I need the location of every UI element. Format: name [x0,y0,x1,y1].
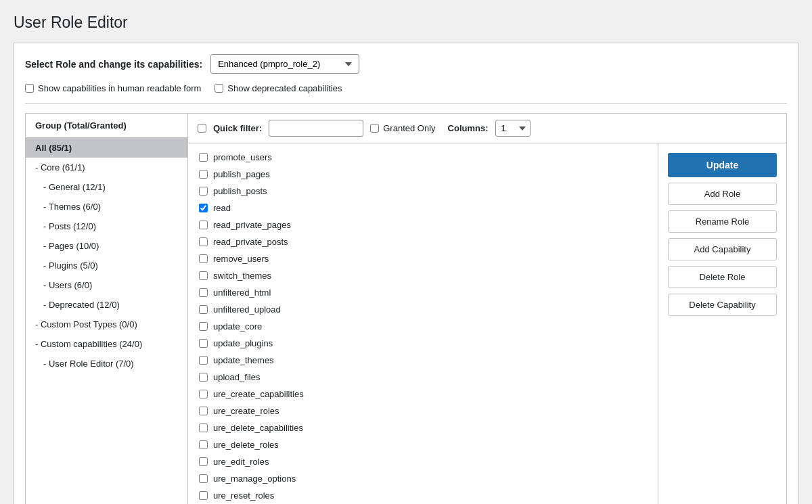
group-item-themes[interactable]: - Themes (6/0) [26,197,187,216]
cap-name-read: read [213,203,231,213]
group-item-all[interactable]: All (85/1) [26,138,187,158]
group-item-posts[interactable]: - Posts (12/0) [26,216,187,236]
cap-checkbox-publish-posts[interactable] [199,187,208,196]
cap-checkbox-update-plugins[interactable] [199,339,208,348]
cap-checkbox-ure-edit-roles[interactable] [199,457,208,466]
cap-checkbox-update-themes[interactable] [199,356,208,365]
cap-name-promote-users: promote_users [213,152,272,162]
cap-name-read-private-posts: read_private_posts [213,237,288,247]
cap-name-publish-pages: publish_pages [213,169,270,179]
quick-filter-input[interactable] [269,120,363,137]
page-title: User Role Editor [14,14,798,32]
cap-checkbox-unfiltered-upload[interactable] [199,305,208,314]
cap-name-upload-files: upload_files [213,372,260,382]
cap-checkbox-ure-delete-capabilities[interactable] [199,423,208,432]
cap-name-ure-delete-roles: ure_delete_roles [213,440,279,450]
cap-item-ure-create-roles: ure_create_roles [188,403,658,419]
cap-item-unfiltered-html: unfiltered_html [188,284,658,301]
cap-item-read: read [188,200,658,216]
group-list: All (85/1) - Core (61/1) - General (12/1… [26,138,187,373]
select-role-label: Select Role and change its capabilities: [25,59,202,70]
cap-item-ure-manage-options: ure_manage_options [188,470,658,487]
granted-only-checkbox[interactable] [370,124,379,133]
cap-name-ure-delete-capabilities: ure_delete_capabilities [213,423,303,433]
group-item-general[interactable]: - General (12/1) [26,177,187,197]
group-item-core[interactable]: - Core (61/1) [26,158,187,177]
group-item-deprecated[interactable]: - Deprecated (12/0) [26,295,187,315]
group-item-ure[interactable]: - User Role Editor (7/0) [26,354,187,373]
filter-bar: Quick filter: Granted Only Columns: 1 2 … [188,114,786,143]
columns-label: Columns: [448,123,489,133]
cap-item-ure-delete-capabilities: ure_delete_capabilities [188,419,658,436]
cap-item-read-private-pages: read_private_pages [188,216,658,233]
cap-name-update-plugins: update_plugins [213,338,273,348]
capabilities-list: promote_users publish_pages publish_post… [188,143,658,504]
group-header: Group (Total/Granted) [26,114,187,138]
capabilities-panel: promote_users publish_pages publish_post… [188,143,658,504]
cap-item-ure-create-capabilities: ure_create_capabilities [188,386,658,403]
cap-item-switch-themes: switch_themes [188,267,658,284]
cap-name-ure-create-capabilities: ure_create_capabilities [213,389,304,399]
columns-select[interactable]: 1 2 3 [495,120,531,137]
cap-checkbox-promote-users[interactable] [199,153,208,162]
cap-checkbox-upload-files[interactable] [199,373,208,382]
cap-checkbox-ure-delete-roles[interactable] [199,440,208,449]
cap-checkbox-read-private-posts[interactable] [199,237,208,246]
group-item-pages[interactable]: - Pages (10/0) [26,236,187,256]
human-readable-checkbox-label[interactable]: Show capabilities in human readable form [25,83,201,93]
cap-name-ure-edit-roles: ure_edit_roles [213,457,269,467]
cap-checkbox-read-private-pages[interactable] [199,221,208,229]
cap-item-publish-posts: publish_posts [188,183,658,200]
cap-checkbox-ure-manage-options[interactable] [199,474,208,483]
cap-name-ure-manage-options: ure_manage_options [213,474,296,484]
cap-name-unfiltered-upload: unfiltered_upload [213,304,281,315]
cap-checkbox-unfiltered-html[interactable] [199,288,208,297]
group-item-custom-post-types[interactable]: - Custom Post Types (0/0) [26,315,187,334]
granted-only-text: Granted Only [383,123,435,133]
cap-name-publish-posts: publish_posts [213,186,267,196]
quick-filter-label: Quick filter: [213,123,262,133]
deprecated-label: Show deprecated capabilities [227,83,342,93]
cap-item-upload-files: upload_files [188,369,658,386]
group-item-custom-capabilities[interactable]: - Custom capabilities (24/0) [26,334,187,354]
cap-item-ure-edit-roles: ure_edit_roles [188,453,658,470]
cap-checkbox-switch-themes[interactable] [199,271,208,280]
cap-item-update-plugins: update_plugins [188,335,658,352]
granted-only-label[interactable]: Granted Only [370,123,435,133]
rename-role-button[interactable]: Rename Role [668,210,777,233]
human-readable-checkbox[interactable] [25,84,34,93]
cap-name-update-core: update_core [213,321,262,331]
select-all-checkbox[interactable] [198,124,206,133]
cap-checkbox-ure-reset-roles[interactable] [199,491,208,500]
role-select[interactable]: Enhanced (pmpro_role_2) [210,54,359,74]
cap-name-switch-themes: switch_themes [213,271,271,281]
cap-name-update-themes: update_themes [213,355,274,365]
delete-capability-button[interactable]: Delete Capability [668,294,777,316]
add-capability-button[interactable]: Add Capability [668,238,777,260]
human-readable-label: Show capabilities in human readable form [38,83,201,93]
cap-item-update-themes: update_themes [188,352,658,369]
cap-checkbox-update-core[interactable] [199,322,208,331]
cap-item-unfiltered-upload: unfiltered_upload [188,301,658,318]
add-role-button[interactable]: Add Role [668,183,777,205]
deprecated-checkbox[interactable] [215,84,223,93]
cap-name-remove-users: remove_users [213,254,269,264]
cap-item-ure-delete-roles: ure_delete_roles [188,436,658,453]
deprecated-checkbox-label[interactable]: Show deprecated capabilities [215,83,342,93]
cap-checkbox-remove-users[interactable] [199,254,208,263]
actions-panel: Update Add Role Rename Role Add Capabili… [658,143,786,504]
cap-item-publish-pages: publish_pages [188,166,658,183]
cap-item-remove-users: remove_users [188,250,658,267]
cap-item-read-private-posts: read_private_posts [188,233,658,250]
cap-checkbox-ure-create-roles[interactable] [199,407,208,415]
cap-checkbox-read[interactable] [199,204,208,212]
cap-checkbox-publish-pages[interactable] [199,170,208,179]
cap-item-ure-reset-roles: ure_reset_roles [188,487,658,504]
update-button[interactable]: Update [668,153,777,177]
group-item-plugins[interactable]: - Plugins (5/0) [26,256,187,275]
group-item-users[interactable]: - Users (6/0) [26,275,187,295]
cap-item-update-core: update_core [188,318,658,335]
cap-checkbox-ure-create-capabilities[interactable] [199,390,208,398]
delete-role-button[interactable]: Delete Role [668,266,777,288]
cap-name-ure-reset-roles: ure_reset_roles [213,490,274,501]
